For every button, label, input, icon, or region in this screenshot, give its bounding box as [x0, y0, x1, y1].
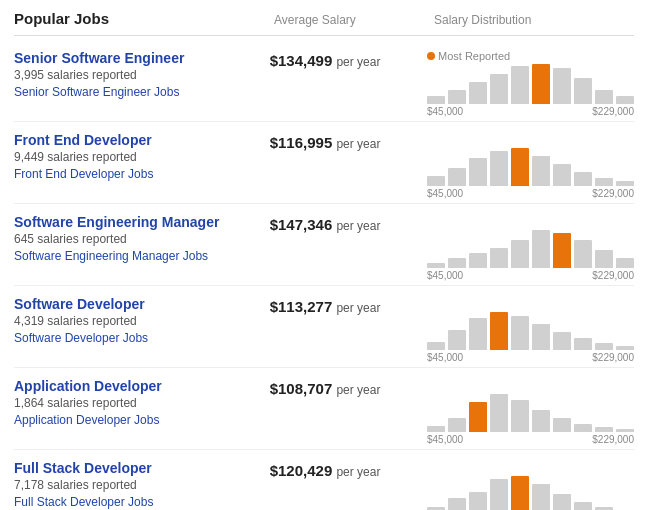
bar-6 [553, 494, 571, 510]
bar-5 [532, 64, 550, 104]
table-header: Popular Jobs Average Salary Salary Distr… [14, 10, 634, 36]
job-info-senior-software-engineer: Senior Software Engineer3,995 salaries r… [14, 50, 270, 99]
bar-1 [448, 258, 466, 268]
job-title-software-engineering-manager[interactable]: Software Engineering Manager [14, 214, 219, 230]
bar-2 [469, 402, 487, 432]
bar-3 [490, 74, 508, 104]
chart-labels-software-engineering-manager: $45,000$229,000 [427, 270, 634, 281]
avg-period-application-developer: per year [336, 383, 380, 397]
bar-5 [532, 156, 550, 186]
bar-2 [469, 253, 487, 268]
avg-amount-senior-software-engineer: $134,499 [270, 52, 337, 69]
job-salaries-software-engineering-manager: 645 salaries reported [14, 232, 270, 246]
chart-max-label: $229,000 [592, 352, 634, 363]
job-link-software-engineering-manager[interactable]: Software Engineering Manager Jobs [14, 249, 208, 263]
job-link-software-developer[interactable]: Software Developer Jobs [14, 331, 148, 345]
chart-labels-application-developer: $45,000$229,000 [427, 434, 634, 445]
bar-5 [532, 410, 550, 432]
avg-period-front-end-developer: per year [336, 137, 380, 151]
bar-0 [427, 426, 445, 432]
bar-2 [469, 82, 487, 104]
job-salaries-full-stack-developer: 7,178 salaries reported [14, 478, 270, 492]
table-row: Application Developer1,864 salaries repo… [14, 368, 634, 450]
bar-0 [427, 342, 445, 350]
job-title-senior-software-engineer[interactable]: Senior Software Engineer [14, 50, 184, 66]
table-row: Software Developer4,319 salaries reporte… [14, 286, 634, 368]
bar-0 [427, 176, 445, 186]
job-avg-full-stack-developer: $120,429 per year [270, 460, 427, 479]
bar-3 [490, 151, 508, 186]
chart-max-label: $229,000 [592, 270, 634, 281]
most-reported-dot [427, 52, 435, 60]
job-link-full-stack-developer[interactable]: Full Stack Developer Jobs [14, 495, 153, 509]
bar-1 [448, 90, 466, 104]
avg-amount-front-end-developer: $116,995 [270, 134, 337, 151]
bar-4 [511, 66, 529, 104]
chart-max-label: $229,000 [592, 106, 634, 117]
jobs-list: Senior Software Engineer3,995 salaries r… [14, 40, 634, 510]
bar-7 [574, 172, 592, 186]
job-avg-software-developer: $113,277 per year [270, 296, 427, 315]
chart-bars-full-stack-developer [427, 474, 634, 510]
bar-9 [616, 258, 634, 268]
avg-amount-application-developer: $108,707 [270, 380, 337, 397]
chart-min-label: $45,000 [427, 352, 463, 363]
bar-7 [574, 338, 592, 350]
table-row: Full Stack Developer7,178 salaries repor… [14, 450, 634, 510]
bar-4 [511, 148, 529, 186]
header-salary-dist: Salary Distribution [434, 13, 634, 27]
bar-3 [490, 479, 508, 510]
job-info-application-developer: Application Developer1,864 salaries repo… [14, 378, 270, 427]
chart-bars-software-developer [427, 310, 634, 350]
bar-2 [469, 158, 487, 186]
job-dist-application-developer: $45,000$229,000 [427, 378, 634, 445]
chart-labels-front-end-developer: $45,000$229,000 [427, 188, 634, 199]
job-link-front-end-developer[interactable]: Front End Developer Jobs [14, 167, 153, 181]
bar-4 [511, 316, 529, 350]
job-salaries-application-developer: 1,864 salaries reported [14, 396, 270, 410]
table-row: Senior Software Engineer3,995 salaries r… [14, 40, 634, 122]
bar-6 [553, 233, 571, 268]
bar-8 [595, 90, 613, 104]
bar-9 [616, 96, 634, 104]
bar-2 [469, 318, 487, 350]
bar-0 [427, 96, 445, 104]
bar-8 [595, 178, 613, 186]
main-container: Popular Jobs Average Salary Salary Distr… [0, 0, 648, 510]
bar-1 [448, 418, 466, 432]
bar-5 [532, 230, 550, 268]
avg-amount-software-developer: $113,277 [270, 298, 337, 315]
avg-period-software-developer: per year [336, 301, 380, 315]
bar-3 [490, 394, 508, 432]
bar-4 [511, 476, 529, 510]
chart-bars-software-engineering-manager [427, 228, 634, 268]
job-link-application-developer[interactable]: Application Developer Jobs [14, 413, 159, 427]
header-popular-jobs: Popular Jobs [14, 10, 274, 27]
bar-9 [616, 181, 634, 186]
table-row: Front End Developer9,449 salaries report… [14, 122, 634, 204]
bar-7 [574, 502, 592, 510]
bar-7 [574, 240, 592, 268]
bar-1 [448, 168, 466, 186]
job-dist-full-stack-developer: $45,000$229,000 [427, 460, 634, 510]
chart-min-label: $45,000 [427, 434, 463, 445]
chart-labels-senior-software-engineer: $45,000$229,000 [427, 106, 634, 117]
job-salaries-software-developer: 4,319 salaries reported [14, 314, 270, 328]
job-title-application-developer[interactable]: Application Developer [14, 378, 162, 394]
job-title-software-developer[interactable]: Software Developer [14, 296, 145, 312]
bar-5 [532, 324, 550, 350]
job-title-front-end-developer[interactable]: Front End Developer [14, 132, 152, 148]
bar-8 [595, 250, 613, 268]
avg-amount-full-stack-developer: $120,429 [270, 462, 337, 479]
job-avg-senior-software-engineer: $134,499 per year [270, 50, 427, 69]
chart-min-label: $45,000 [427, 188, 463, 199]
job-dist-senior-software-engineer: Most Reported$45,000$229,000 [427, 50, 634, 117]
header-avg-salary: Average Salary [274, 13, 434, 27]
bar-4 [511, 400, 529, 432]
job-title-full-stack-developer[interactable]: Full Stack Developer [14, 460, 152, 476]
bar-6 [553, 68, 571, 104]
chart-bars-front-end-developer [427, 146, 634, 186]
job-link-senior-software-engineer[interactable]: Senior Software Engineer Jobs [14, 85, 179, 99]
bar-6 [553, 164, 571, 186]
job-salaries-front-end-developer: 9,449 salaries reported [14, 150, 270, 164]
